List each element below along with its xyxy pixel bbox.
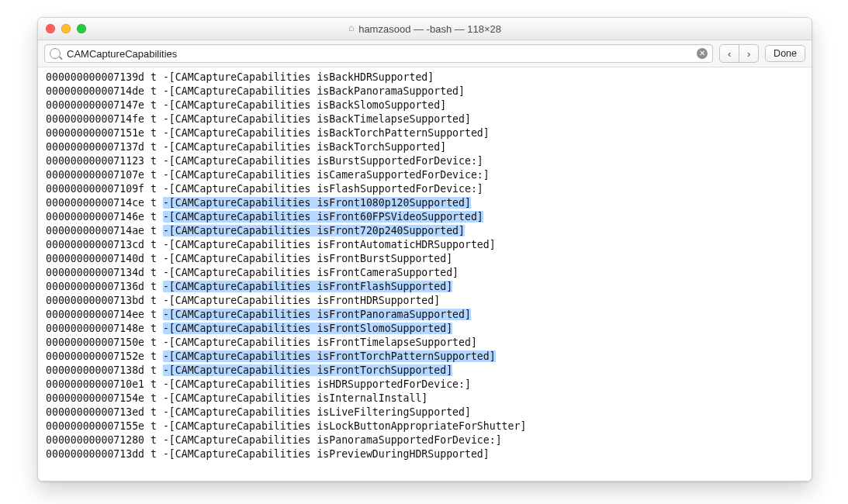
symbol-name: -[CAMCaptureCapabilities isFrontTorchSup… — [163, 364, 452, 376]
symbol-flag: t — [151, 197, 157, 209]
output-line: 000000000007150e t -[CAMCaptureCapabilit… — [46, 336, 812, 350]
terminal-output[interactable]: 000000000007139d t -[CAMCaptureCapabilit… — [38, 67, 812, 481]
symbol-flag: t — [151, 211, 157, 223]
output-line: 000000000007134d t -[CAMCaptureCapabilit… — [46, 266, 812, 280]
symbol-flag: t — [151, 85, 157, 97]
search-icon — [50, 48, 61, 59]
symbol-name: -[CAMCaptureCapabilities isFront60FPSVid… — [163, 211, 483, 223]
find-nav-group: ‹ › — [719, 44, 759, 63]
done-button[interactable]: Done — [765, 45, 805, 62]
symbol-address: 000000000007151e — [46, 127, 144, 139]
symbol-address: 00000000000713cd — [46, 239, 144, 250]
symbol-flag: t — [151, 183, 157, 195]
output-line: 00000000000713dd t -[CAMCaptureCapabilit… — [46, 447, 812, 461]
symbol-name: -[CAMCaptureCapabilities isFrontHDRSuppo… — [163, 295, 440, 306]
symbol-name: -[CAMCaptureCapabilities isBackTorchPatt… — [163, 127, 490, 139]
symbol-name: -[CAMCaptureCapabilities isFrontSlomoSup… — [163, 323, 452, 334]
symbol-flag: t — [151, 225, 157, 236]
output-line: 00000000000713bd t -[CAMCaptureCapabilit… — [46, 294, 812, 308]
find-toolbar: ✕ ‹ › Done — [38, 40, 812, 67]
output-line: 000000000007138d t -[CAMCaptureCapabilit… — [46, 364, 812, 378]
symbol-flag: t — [151, 113, 157, 125]
symbol-address: 000000000007139d — [46, 71, 144, 83]
symbol-flag: t — [151, 127, 157, 139]
output-line: 0000000000071280 t -[CAMCaptureCapabilit… — [46, 433, 812, 447]
clear-search-button[interactable]: ✕ — [697, 48, 708, 59]
symbol-flag: t — [151, 71, 157, 83]
output-line: 000000000007107e t -[CAMCaptureCapabilit… — [46, 168, 812, 182]
symbol-flag: t — [151, 239, 157, 250]
output-line: 000000000007151e t -[CAMCaptureCapabilit… — [46, 126, 812, 140]
symbol-address: 00000000000713dd — [46, 448, 144, 460]
symbol-name: -[CAMCaptureCapabilities isFlashSupporte… — [163, 183, 483, 195]
symbol-name: -[CAMCaptureCapabilities isFrontTimelaps… — [163, 337, 477, 348]
symbol-address: 00000000000710e1 — [46, 378, 144, 390]
symbol-flag: t — [151, 448, 157, 460]
symbol-address: 00000000000713ed — [46, 406, 144, 418]
symbol-address: 00000000000714de — [46, 85, 144, 97]
symbol-address: 000000000007147e — [46, 99, 144, 111]
symbol-address: 0000000000071280 — [46, 434, 144, 446]
output-line: 000000000007136d t -[CAMCaptureCapabilit… — [46, 280, 812, 294]
symbol-flag: t — [151, 99, 157, 111]
zoom-window-button[interactable] — [77, 24, 86, 33]
symbol-address: 000000000007155e — [46, 420, 144, 432]
output-line: 000000000007109f t -[CAMCaptureCapabilit… — [46, 182, 812, 196]
symbol-name: -[CAMCaptureCapabilities isFront1080p120… — [163, 197, 471, 209]
symbol-name: -[CAMCaptureCapabilities isBackHDRSuppor… — [163, 71, 434, 83]
symbol-address: 0000000000071123 — [46, 155, 144, 167]
close-window-button[interactable] — [46, 24, 55, 33]
symbol-name: -[CAMCaptureCapabilities isLockButtonApp… — [163, 420, 526, 432]
titlebar: ⌂ hamzasood — -bash — 118×28 — [38, 18, 812, 40]
symbol-address: 00000000000714ee — [46, 309, 144, 320]
output-line: 000000000007140d t -[CAMCaptureCapabilit… — [46, 252, 812, 266]
symbol-address: 000000000007136d — [46, 281, 144, 292]
symbol-address: 000000000007137d — [46, 141, 144, 153]
symbol-address: 00000000000713bd — [46, 295, 144, 306]
symbol-address: 000000000007109f — [46, 183, 144, 195]
window-title-text: hamzasood — -bash — 118×28 — [358, 23, 501, 35]
symbol-address: 000000000007140d — [46, 253, 144, 264]
symbol-address: 000000000007152e — [46, 350, 144, 362]
symbol-name: -[CAMCaptureCapabilities isPanoramaSuppo… — [163, 434, 502, 446]
terminal-window: ⌂ hamzasood — -bash — 118×28 ✕ ‹ › Done … — [37, 17, 812, 482]
symbol-flag: t — [151, 406, 157, 418]
symbol-name: -[CAMCaptureCapabilities isFrontCameraSu… — [163, 267, 459, 278]
output-line: 00000000000714ee t -[CAMCaptureCapabilit… — [46, 308, 812, 322]
symbol-name: -[CAMCaptureCapabilities isCameraSupport… — [163, 169, 490, 181]
symbol-name: -[CAMCaptureCapabilities isBackTorchSupp… — [163, 141, 446, 153]
find-next-button[interactable]: › — [739, 45, 758, 62]
symbol-flag: t — [151, 337, 157, 348]
output-line: 0000000000071123 t -[CAMCaptureCapabilit… — [46, 154, 812, 168]
symbol-address: 000000000007154e — [46, 392, 144, 404]
search-field[interactable]: ✕ — [44, 44, 713, 63]
symbol-address: 00000000000714ae — [46, 225, 144, 236]
symbol-flag: t — [151, 169, 157, 181]
symbol-flag: t — [151, 392, 157, 404]
window-controls — [38, 24, 86, 33]
output-line: 000000000007154e t -[CAMCaptureCapabilit… — [46, 392, 812, 406]
symbol-name: -[CAMCaptureCapabilities isFrontBurstSup… — [163, 253, 452, 264]
symbol-flag: t — [151, 141, 157, 153]
search-input[interactable] — [65, 47, 697, 60]
symbol-flag: t — [151, 434, 157, 446]
symbol-flag: t — [151, 309, 157, 320]
symbol-flag: t — [151, 350, 157, 362]
symbol-name: -[CAMCaptureCapabilities isFrontAutomati… — [163, 239, 496, 250]
output-line: 000000000007155e t -[CAMCaptureCapabilit… — [46, 419, 812, 433]
symbol-address: 00000000000714ce — [46, 197, 144, 209]
output-line: 000000000007148e t -[CAMCaptureCapabilit… — [46, 322, 812, 336]
symbol-flag: t — [151, 155, 157, 167]
output-line: 00000000000713cd t -[CAMCaptureCapabilit… — [46, 238, 812, 252]
symbol-address: 000000000007150e — [46, 337, 144, 348]
symbol-name: -[CAMCaptureCapabilities isInternalInsta… — [163, 392, 427, 404]
symbol-address: 000000000007138d — [46, 364, 144, 376]
minimize-window-button[interactable] — [61, 24, 71, 33]
output-line: 00000000000714ce t -[CAMCaptureCapabilit… — [46, 196, 812, 210]
symbol-address: 00000000000714fe — [46, 113, 144, 125]
output-line: 000000000007139d t -[CAMCaptureCapabilit… — [46, 71, 812, 85]
output-line: 00000000000714fe t -[CAMCaptureCapabilit… — [46, 112, 812, 126]
home-icon: ⌂ — [348, 23, 354, 33]
find-previous-button[interactable]: ‹ — [720, 45, 739, 62]
output-line: 00000000000710e1 t -[CAMCaptureCapabilit… — [46, 378, 812, 392]
